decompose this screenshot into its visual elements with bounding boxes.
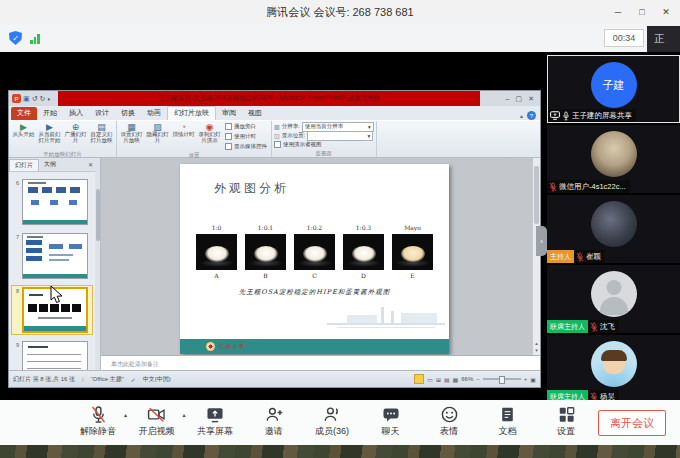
toolbar-label: 共享屏幕: [197, 425, 233, 438]
slide-thumbnail-7[interactable]: 7: [12, 232, 92, 280]
fit-to-window-icon[interactable]: ▣: [530, 376, 536, 383]
checkbox-icon: [225, 143, 232, 150]
record-slideshow-button[interactable]: ◉ 录制幻灯片演示: [197, 122, 222, 150]
from-beginning-button[interactable]: ▶ 从头开始: [11, 122, 36, 150]
qat-dropdown-icon[interactable]: ▾: [47, 96, 50, 102]
next-slide-icon[interactable]: ▾: [535, 347, 538, 353]
play-narrations-checkbox[interactable]: 播放旁白: [225, 123, 267, 130]
start-video-button[interactable]: 开启视频 ▴: [139, 404, 175, 438]
zoom-slider-thumb[interactable]: [499, 376, 505, 384]
normal-view-icon[interactable]: ▭: [427, 376, 433, 383]
zoom-out-icon[interactable]: −: [476, 376, 480, 382]
participant-labelbar: 微信用户-4s1c22c...: [547, 180, 630, 193]
tab-animations[interactable]: 动画: [141, 107, 167, 120]
minimize-button[interactable]: ─: [606, 0, 630, 24]
help-icon[interactable]: ?: [527, 111, 536, 120]
save-icon[interactable]: ▣: [23, 95, 30, 103]
tab-file[interactable]: 文件: [11, 107, 37, 120]
tab-slides[interactable]: 幻灯片: [9, 159, 39, 171]
tab-home[interactable]: 开始: [37, 107, 63, 120]
toolbar-label: 邀请: [265, 425, 283, 438]
leave-meeting-button[interactable]: 离开会议: [598, 410, 666, 436]
broadcast-slideshow-button[interactable]: ⊕ 广播幻灯片: [63, 122, 88, 150]
mic-muted-icon: [590, 392, 598, 401]
maximize-button[interactable]: □: [630, 0, 654, 24]
presenter-view-row: 使用演示者视图: [274, 140, 322, 149]
tab-view[interactable]: 视图: [242, 107, 268, 120]
ppt-close-button[interactable]: ✕: [528, 95, 534, 103]
chat-button[interactable]: 聊天: [373, 404, 409, 438]
show-media-controls-checkbox[interactable]: 显示媒体控件: [225, 143, 267, 150]
reactions-button[interactable]: 表情: [431, 404, 467, 438]
slide-thumbnail-6[interactable]: 6: [12, 178, 92, 226]
zoom-in-icon[interactable]: +: [524, 376, 528, 382]
custom-slideshow-button[interactable]: ▤ 自定义幻灯片放映: [89, 122, 114, 150]
rehearse-timings-button[interactable]: ◔ 排练计时: [171, 122, 196, 150]
toolbar-label: 表情: [440, 425, 458, 438]
thumbnails-scrollbar[interactable]: [95, 171, 100, 373]
sample-column-d: 1:0.3 D: [343, 224, 384, 281]
sample-column-b: 1:0.1 B: [245, 224, 286, 281]
spellcheck-icon[interactable]: ✓: [131, 376, 136, 383]
meeting-security-shield-icon[interactable]: ✓: [9, 31, 22, 45]
video-options-arrow[interactable]: ▴: [182, 411, 185, 418]
button-label: 自定义幻灯片放映: [89, 132, 114, 144]
participant-tile-cohost[interactable]: 联席主持人 沈飞: [547, 265, 680, 333]
sample-photo: [245, 234, 286, 270]
zoom-slider[interactable]: [483, 378, 521, 380]
tab-insert[interactable]: 插入: [63, 107, 89, 120]
slide-scrollbar[interactable]: ▴ ▾: [532, 158, 540, 355]
from-current-slide-button[interactable]: ▶ 从当前幻灯片开始: [37, 122, 62, 150]
current-slide[interactable]: 外观图分析 1:0 A 1:0.1 B 1:0.: [180, 164, 449, 354]
undo-icon[interactable]: ↺: [32, 95, 38, 103]
scrollbar-thumb[interactable]: [534, 166, 539, 224]
settings-button[interactable]: 设置: [548, 404, 584, 438]
participant-tile-cohost-clipped[interactable]: 联席主持人 杨昊: [547, 335, 680, 400]
setup-slideshow-button[interactable]: ▦ 设置幻灯片放映: [119, 122, 144, 150]
powerpoint-logo-icon: P: [12, 94, 21, 103]
previous-slide-icon[interactable]: ▴: [535, 340, 538, 346]
invite-button[interactable]: 邀请: [256, 404, 292, 438]
sorter-view-icon[interactable]: ⊞: [436, 376, 441, 383]
theme-name: “Office 主题”: [91, 375, 124, 384]
ratio-label: 1:0.1: [258, 224, 273, 234]
docs-button[interactable]: 文档: [490, 404, 526, 438]
sidebar-collapse-handle[interactable]: ›: [536, 226, 547, 256]
university-name: 江南大学: [219, 343, 245, 350]
ppt-window-title: 王子建答辩-先玉糯OSA淀粉稳定的HIPE - Microsoft PowerP…: [58, 91, 480, 106]
participant-tile-host[interactable]: 主持人 崔颖: [547, 195, 680, 263]
redo-icon[interactable]: ↻: [40, 95, 46, 103]
tab-slideshow[interactable]: 幻灯片放映: [167, 106, 216, 120]
close-button[interactable]: ✕: [654, 0, 678, 24]
presenter-view-checkbox[interactable]: 使用演示者视图: [274, 141, 322, 148]
tab-design[interactable]: 设计: [89, 107, 115, 120]
use-timings-checkbox[interactable]: 使用计时: [225, 133, 267, 140]
slide-counter: 幻灯片 第 8 张,共 16 张: [13, 375, 75, 384]
tab-review[interactable]: 审阅: [216, 107, 242, 120]
meeting-titlebar: 腾讯会议 会议号: 268 738 681 ─ □ ✕: [0, 0, 680, 24]
mic-options-arrow[interactable]: ▴: [124, 411, 127, 418]
scrollbar-thumb[interactable]: [96, 189, 100, 241]
resolution-value: 使用当前分辨率: [305, 123, 344, 130]
hide-slide-button[interactable]: ▨ 隐藏幻灯片: [145, 122, 170, 150]
checkbox-icon: [274, 141, 281, 148]
tab-transitions[interactable]: 切换: [115, 107, 141, 120]
participant-tile[interactable]: 微信用户-4s1c22c...: [547, 125, 680, 193]
ratio-label: 1:0: [212, 224, 222, 234]
ppt-minimize-button[interactable]: ‒: [506, 95, 510, 102]
tab-outline[interactable]: 大纲: [39, 159, 61, 170]
show-on-dropdown[interactable]: ▾: [307, 131, 373, 141]
ppt-maximize-button[interactable]: ▢: [516, 95, 523, 103]
minimize-ribbon-icon[interactable]: ▴: [520, 112, 523, 119]
label-main: 沈飞: [588, 320, 619, 333]
participant-tile-sharing[interactable]: 子建 王子建的屏幕共享: [547, 55, 680, 123]
unmute-button[interactable]: 解除静音 ▴: [80, 404, 116, 438]
close-panel-icon[interactable]: ✕: [88, 161, 100, 168]
language-indicator[interactable]: 中文(中国): [143, 375, 171, 384]
slideshow-view-icon[interactable]: ▦: [453, 376, 459, 383]
ribbon-group-setup: ▦ 设置幻灯片放映 ▨ 隐藏幻灯片 ◔ 排练计时 ◉ 录制幻灯片演示: [117, 121, 272, 157]
share-screen-button[interactable]: 共享屏幕: [197, 404, 233, 438]
checkbox-icon: [225, 123, 232, 130]
reading-view-icon[interactable]: ▤: [444, 376, 450, 383]
members-button[interactable]: 成员(36): [314, 404, 350, 438]
